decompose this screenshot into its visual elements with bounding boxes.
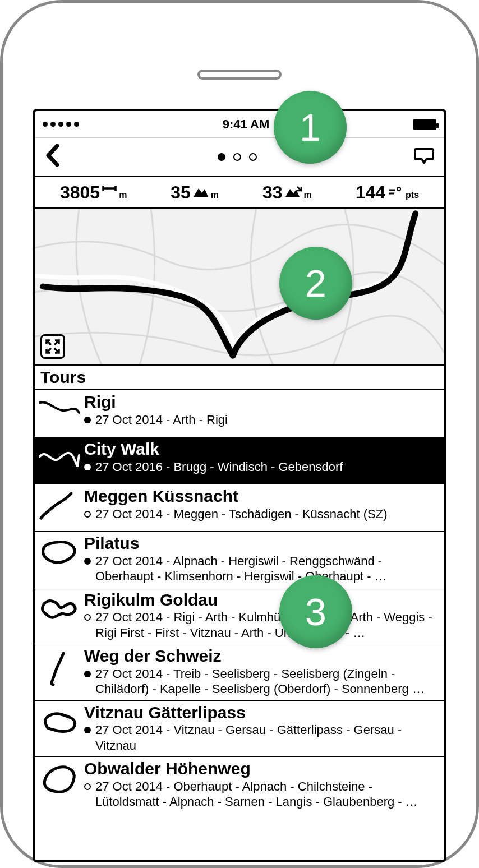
expand-icon	[45, 339, 61, 354]
tour-title: Obwalder Höhenweg	[84, 759, 439, 779]
svg-point-1	[398, 188, 400, 190]
incomplete-dot-icon	[84, 511, 91, 518]
tour-thumbnail	[35, 703, 84, 741]
page-dot-3	[249, 153, 257, 161]
points-icon	[388, 186, 403, 200]
tour-meta: 27 Oct 2014 - Vitznau - Gersau - Gätterl…	[84, 722, 439, 753]
map-image	[35, 209, 444, 364]
tour-row[interactable]: Rigi 27 Oct 2014 - Arth - Rigi	[35, 390, 444, 437]
tour-row[interactable]: Weg der Schweiz 27 Oct 2014 - Treib - Se…	[35, 644, 444, 701]
status-bar: 9:41 AM	[35, 111, 444, 138]
tour-title: Meggen Küssnacht	[84, 487, 439, 506]
expand-map-button[interactable]	[40, 334, 65, 359]
completed-dot-icon	[84, 464, 91, 470]
tour-row[interactable]: Rigikulm Goldau 27 Oct 2014 - Rigi - Art…	[35, 588, 444, 645]
page-dot-1	[218, 153, 225, 161]
annotation-badge-1: 1	[274, 91, 347, 164]
tour-title: Pilatus	[84, 534, 439, 553]
status-time: 9:41 AM	[223, 117, 270, 132]
tour-thumbnail	[35, 393, 84, 423]
back-button[interactable]	[45, 144, 61, 171]
app-screen: 9:41 AM 3805 m 35 m	[33, 109, 446, 862]
tour-meta: 27 Oct 2014 - Oberhaupt - Alpnach - Chil…	[84, 779, 439, 810]
tour-row[interactable]: Meggen Küssnacht 27 Oct 2014 - Meggen - …	[35, 484, 444, 532]
annotation-badge-2: 2	[279, 247, 352, 320]
tour-thumbnail	[35, 759, 84, 801]
stat-ascent: 35 m	[171, 183, 219, 201]
stat-distance: 3805 m	[60, 183, 127, 201]
comment-button[interactable]	[414, 146, 434, 168]
tour-thumbnail	[35, 440, 84, 473]
stat-descent: 33 m	[262, 183, 312, 201]
tour-meta: 27 Oct 2016 - Brugg - Windisch - Gebensd…	[84, 459, 439, 475]
completed-dot-icon	[84, 727, 91, 733]
completed-dot-icon	[84, 671, 91, 677]
ascent-icon	[193, 186, 209, 200]
completed-dot-icon	[84, 417, 91, 423]
battery-icon	[413, 119, 436, 130]
tour-thumbnail	[35, 534, 84, 572]
map-preview[interactable]	[35, 209, 444, 366]
tour-title: Vitznau Gätterlipass	[84, 703, 439, 723]
tour-title: City Walk	[84, 440, 439, 459]
stats-bar: 3805 m 35 m 33 m 144 pts	[35, 177, 444, 209]
tour-title: Rigi	[84, 393, 439, 412]
stat-points: 144 pts	[356, 183, 419, 201]
tour-meta: 27 Oct 2014 - Rigi - Arth - Kulmhütte - …	[84, 610, 439, 640]
tour-row[interactable]: Pilatus 27 Oct 2014 - Alpnach - Hergiswi…	[35, 532, 444, 588]
page-dot-2	[233, 153, 241, 161]
tour-thumbnail	[35, 487, 84, 525]
tour-row-selected[interactable]: City Walk 27 Oct 2016 - Brugg - Windisch…	[35, 437, 444, 484]
completed-dot-icon	[84, 558, 91, 565]
phone-speaker	[197, 70, 282, 80]
tour-row[interactable]: Vitznau Gätterlipass 27 Oct 2014 - Vitzn…	[35, 701, 444, 758]
tour-thumbnail	[35, 590, 84, 629]
tour-meta: 27 Oct 2014 - Treib - Seelisberg - Seeli…	[84, 666, 439, 697]
tour-meta: 27 Oct 2014 - Meggen - Tschädigen - Küss…	[84, 506, 439, 522]
tour-row[interactable]: Obwalder Höhenweg 27 Oct 2014 - Oberhaup…	[35, 757, 444, 813]
tour-title: Rigikulm Goldau	[84, 590, 439, 610]
signal-dots	[43, 122, 79, 127]
tour-thumbnail	[35, 647, 84, 690]
distance-icon	[102, 184, 117, 200]
tour-meta: 27 Oct 2014 - Alpnach - Hergiswil - Reng…	[84, 553, 439, 584]
tour-title: Weg der Schweiz	[84, 647, 439, 666]
page-indicator	[218, 153, 257, 161]
descent-icon	[285, 186, 302, 200]
section-header-tours: Tours	[35, 366, 444, 390]
tour-list[interactable]: Rigi 27 Oct 2014 - Arth - Rigi City Walk…	[35, 390, 444, 813]
tour-meta: 27 Oct 2014 - Arth - Rigi	[84, 412, 439, 428]
incomplete-dot-icon	[84, 614, 91, 621]
annotation-badge-3: 3	[279, 575, 352, 648]
incomplete-dot-icon	[84, 783, 91, 790]
nav-bar	[35, 138, 444, 177]
